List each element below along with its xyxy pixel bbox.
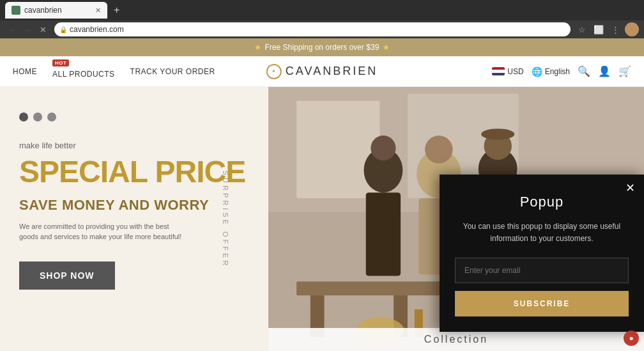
- svg-point-11: [425, 136, 452, 163]
- popup-subscribe-button[interactable]: SUBSCRIBE: [455, 291, 629, 316]
- hero-dot-2[interactable]: [33, 113, 42, 121]
- language-label: English: [545, 67, 570, 76]
- tab-bar: cavanbrien ✕ +: [0, 0, 644, 20]
- tab-close-icon[interactable]: ✕: [95, 6, 101, 15]
- address-bar-row: ← → ✕ 🔒 cavanbrien.com ☆ ⬜ ⋮: [0, 20, 644, 38]
- shipping-banner: ★ Free Shipping on orders over $39 ★: [0, 38, 644, 56]
- menu-button[interactable]: ⋮: [609, 24, 622, 36]
- currency-selector[interactable]: USD: [492, 67, 523, 76]
- svg-point-8: [371, 136, 395, 160]
- collection-label: Collection: [424, 334, 488, 345]
- popup-modal: ✕ Popup You can use this popup to displa…: [440, 175, 644, 332]
- hero-left: make life better SPECIAL PRICE SAVE MONE…: [0, 87, 268, 351]
- hero-dot-1[interactable]: [19, 113, 28, 121]
- hot-badge: HOT: [52, 59, 69, 66]
- refresh-button[interactable]: ✕: [37, 24, 49, 36]
- svg-point-15: [481, 129, 514, 139]
- main-nav: HOME HOT ALL PRODUCTS TRACK YOUR ORDER ✦…: [0, 56, 644, 87]
- popup-desc: You can use this popup to display some u…: [455, 221, 629, 245]
- hero-desc-title: SAVE MONEY AND WORRY: [19, 197, 249, 214]
- hero-title: SPECIAL PRICE: [19, 155, 249, 189]
- us-flag-icon: [492, 67, 505, 75]
- browser-nav-buttons: ← → ✕: [5, 24, 49, 36]
- nav-home[interactable]: HOME: [13, 67, 37, 76]
- active-tab[interactable]: cavanbrien ✕: [5, 2, 107, 19]
- banner-star-left: ★: [254, 43, 261, 52]
- popup-email-input[interactable]: [455, 258, 629, 283]
- bookmark-button[interactable]: ☆: [576, 24, 588, 36]
- lock-icon: 🔒: [59, 26, 67, 33]
- profile-button[interactable]: [625, 22, 639, 36]
- surprise-offer-label: SURPRISE OFFER: [222, 170, 230, 268]
- search-button[interactable]: 🔍: [578, 65, 590, 77]
- nav-logo[interactable]: ✦ CAVANBRIEN: [266, 64, 378, 79]
- address-input[interactable]: 🔒 cavanbrien.com: [54, 22, 571, 36]
- hero-dot-3[interactable]: [47, 113, 56, 121]
- popup-close-button[interactable]: ✕: [625, 181, 635, 195]
- svg-rect-2: [296, 101, 379, 198]
- back-button[interactable]: ←: [5, 24, 19, 36]
- cart-button[interactable]: 🛒: [618, 65, 631, 77]
- forward-button[interactable]: →: [21, 24, 34, 36]
- hero-dots: [19, 113, 249, 121]
- notification-badge[interactable]: ●: [624, 331, 639, 346]
- nav-all-products[interactable]: HOT ALL PRODUCTS: [52, 65, 115, 79]
- tab-title: cavanbrien: [24, 6, 62, 15]
- language-selector[interactable]: 🌐 English: [532, 66, 570, 77]
- badge-icon: ●: [629, 334, 633, 343]
- shop-now-button[interactable]: SHOP NOW: [19, 261, 115, 290]
- browser-actions: ☆ ⬜ ⋮: [576, 22, 639, 36]
- extensions-button[interactable]: ⬜: [591, 24, 606, 36]
- popup-title: Popup: [455, 194, 629, 210]
- logo-text: CAVANBRIEN: [286, 65, 378, 78]
- tab-favicon: [12, 6, 20, 15]
- address-text: cavanbrien.com: [70, 25, 124, 34]
- hero-desc: We are committed to providing you with t…: [19, 221, 185, 242]
- banner-text: Free Shipping on orders over $39: [265, 43, 379, 52]
- logo-circle: ✦: [266, 64, 282, 79]
- nav-track-order[interactable]: TRACK YOUR ORDER: [130, 67, 215, 76]
- currency-label: USD: [507, 67, 523, 76]
- hero-subtitle: make life better: [19, 141, 249, 150]
- new-tab-button[interactable]: +: [110, 3, 123, 17]
- account-button[interactable]: 👤: [598, 65, 611, 77]
- banner-star-right: ★: [383, 43, 390, 52]
- svg-rect-9: [366, 192, 401, 276]
- globe-icon: 🌐: [532, 66, 542, 77]
- browser-chrome: cavanbrien ✕ + ← → ✕ 🔒 cavanbrien.com ☆ …: [0, 0, 644, 38]
